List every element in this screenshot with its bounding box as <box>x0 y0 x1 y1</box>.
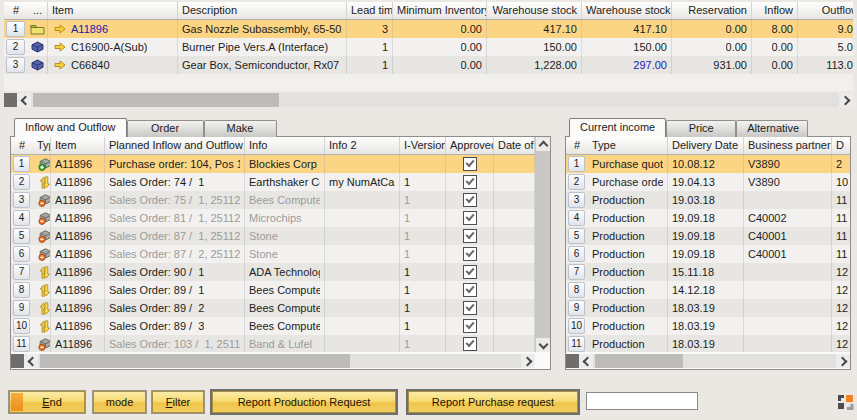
table-row[interactable]: 11A11896Sales Order: 103 / 1, 2511218Ban… <box>11 335 535 352</box>
column-header-iver[interactable]: I-Version <box>400 137 446 154</box>
scroll-up-button[interactable] <box>536 137 550 151</box>
table-row[interactable]: 2C16900-A(Sub)Burner Pipe Vers.A (Interf… <box>4 38 853 56</box>
approved-checkbox[interactable] <box>463 247 477 261</box>
table-row[interactable]: 10Production18.03.1912 <box>566 317 850 335</box>
table-row[interactable]: 1A11896Gas Nozzle Subassembly, 65-502543… <box>4 20 853 38</box>
scroll-right-button[interactable] <box>839 93 853 107</box>
column-header-ddate[interactable]: Delivery Date <box>668 137 744 154</box>
column-header-desc[interactable]: Description <box>178 2 347 19</box>
tab-price[interactable]: Price <box>666 120 736 137</box>
scroll-left-button[interactable] <box>24 354 38 368</box>
column-header-num[interactable]: # <box>566 137 588 154</box>
column-header-num[interactable]: # <box>4 2 28 19</box>
column-header-d[interactable]: D <box>832 137 850 154</box>
mode-button[interactable]: mode <box>93 391 146 413</box>
scrollbar-track[interactable] <box>31 93 839 107</box>
tab-make[interactable]: Make <box>204 120 277 137</box>
resize-grip-icon[interactable] <box>837 394 854 411</box>
table-row[interactable]: 7A11896Sales Order: 90 / 1ADA Technologi… <box>11 263 535 281</box>
scroll-right-button[interactable] <box>836 354 850 368</box>
column-header-mininv[interactable]: Minimum Inventory <box>393 2 487 19</box>
table-row[interactable]: 9Production18.03.1912 <box>566 299 850 317</box>
column-header-type[interactable]: Type <box>588 137 668 154</box>
end-button[interactable]: End <box>9 391 85 413</box>
scroll-right-button[interactable] <box>521 354 535 368</box>
cell-resv: 931.00 <box>672 56 752 74</box>
approved-checkbox[interactable] <box>463 337 477 351</box>
approved-checkbox[interactable] <box>463 211 477 225</box>
filter-button[interactable]: Filter <box>152 391 204 413</box>
column-header-info2[interactable]: Info 2 <box>325 137 400 154</box>
table-row[interactable]: 5Production19.09.18C4000111 <box>566 227 850 245</box>
report-production-request-button[interactable]: Report Production Request <box>212 391 396 413</box>
column-header-outflow[interactable]: Outflow <box>798 2 853 19</box>
table-row[interactable]: 5A11896Sales Order: 87 / 1, 2511218Stone… <box>11 227 535 245</box>
flows-table-vscrollbar[interactable] <box>535 137 550 352</box>
cell-lead: 1 <box>347 38 393 56</box>
scroll-left-button[interactable] <box>17 93 31 107</box>
table-row[interactable]: 11Production18.03.1912 <box>566 335 850 352</box>
tab-current-income[interactable]: Current income <box>569 118 666 137</box>
column-header-icon[interactable]: ... <box>28 2 48 19</box>
table-row[interactable]: 1A11896Purchase order: 104, Pos 1Blockie… <box>11 155 535 173</box>
table-row[interactable]: 3Production19.03.1811 <box>566 191 850 209</box>
column-header-info[interactable]: Info <box>245 137 325 154</box>
table-row[interactable]: 10A11896Sales Order: 89 / 3Bees Computer… <box>11 317 535 335</box>
column-header-resv[interactable]: Reservation <box>672 2 752 19</box>
column-header-appr[interactable]: Approved <box>446 137 494 154</box>
column-header-item[interactable]: Item <box>51 137 105 154</box>
column-header-inflow[interactable]: Inflow <box>752 2 798 19</box>
report-purchase-request-button[interactable]: Report Purchase request <box>408 391 578 413</box>
table-row[interactable]: 8Production14.12.1812 <box>566 281 850 299</box>
cell-ddate: 10.08.12 <box>668 155 744 173</box>
cell-ddate: 14.12.18 <box>668 281 744 299</box>
column-header-planned[interactable]: Planned Inflow and Outflow <box>105 137 245 154</box>
approved-checkbox[interactable] <box>463 175 477 189</box>
approved-checkbox[interactable] <box>463 301 477 315</box>
table-row[interactable]: 4A11896Sales Order: 81 / 1, 2511218Micro… <box>11 209 535 227</box>
table-row[interactable]: 7Production15.11.1812 <box>566 263 850 281</box>
column-header-num[interactable]: # <box>11 137 33 154</box>
scrollbar-track[interactable] <box>38 354 521 368</box>
column-header-lead[interactable]: Lead time <box>347 2 393 19</box>
scrollbar-thumb[interactable] <box>536 151 550 338</box>
column-header-dateord[interactable]: Date of or <box>494 137 535 154</box>
scrollbar-thumb[interactable] <box>33 93 279 107</box>
scroll-down-button[interactable] <box>536 338 550 352</box>
table-row[interactable]: 8A11896Sales Order: 89 / 1Bees Computers… <box>11 281 535 299</box>
table-row[interactable]: 2A11896Sales Order: 74 / 1Earthshaker Co… <box>11 173 535 191</box>
approved-checkbox[interactable] <box>463 229 477 243</box>
table-row[interactable]: 9A11896Sales Order: 89 / 2Bees Computers… <box>11 299 535 317</box>
approved-checkbox[interactable] <box>463 283 477 297</box>
cell-d: 11 <box>832 227 850 245</box>
scrollbar-thumb[interactable] <box>595 354 683 368</box>
items-table-hscrollbar[interactable] <box>4 93 853 107</box>
approved-checkbox[interactable] <box>463 265 477 279</box>
value-input[interactable] <box>586 392 698 410</box>
table-row[interactable]: 6A11896Sales Order: 87 / 2, 2511218Stone… <box>11 245 535 263</box>
tab-alternative[interactable]: Alternative <box>736 120 808 137</box>
tab-order[interactable]: Order <box>127 120 204 137</box>
scroll-left-button[interactable] <box>579 354 593 368</box>
table-row[interactable]: 3C66840Gear Box, Semiconductor, Rx0710.0… <box>4 56 853 74</box>
table-row[interactable]: 1Purchase quotation10.08.12V38902 <box>566 155 850 173</box>
tab-inflow-and-outflow[interactable]: Inflow and Outflow <box>14 118 127 137</box>
column-header-bp[interactable]: Business partner <box>744 137 832 154</box>
column-header-typ[interactable]: Typ <box>33 137 51 154</box>
approved-checkbox[interactable] <box>463 157 477 171</box>
table-row[interactable]: 3A11896Sales Order: 75 / 1, 2511218Bees … <box>11 191 535 209</box>
cell-iver: 1 <box>400 317 446 335</box>
column-header-item[interactable]: Item <box>48 2 178 19</box>
column-header-ws2[interactable]: Warehouse stock <box>582 2 672 19</box>
table-row[interactable]: 2Purchase order19.04.13V389010 <box>566 173 850 191</box>
table-row[interactable]: 4Production19.09.18C4000211 <box>566 209 850 227</box>
approved-checkbox[interactable] <box>463 319 477 333</box>
income-table-hscrollbar[interactable] <box>566 354 850 368</box>
scrollbar-track[interactable] <box>593 354 836 368</box>
scrollbar-thumb[interactable] <box>40 354 350 368</box>
column-header-ws1[interactable]: Warehouse stock <box>487 2 582 19</box>
table-row[interactable]: 6Production19.09.18C4000111 <box>566 245 850 263</box>
scrollbar-track[interactable] <box>536 151 550 338</box>
flows-table-hscrollbar[interactable] <box>11 354 535 368</box>
approved-checkbox[interactable] <box>463 193 477 207</box>
